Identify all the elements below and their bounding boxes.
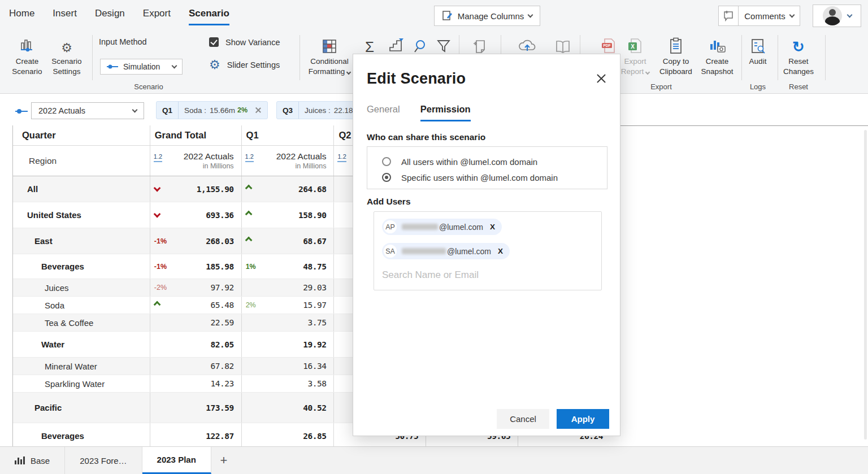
column-header-grand-total[interactable]: Grand Total — [150, 125, 241, 145]
cell-value[interactable]: 40.52 — [303, 403, 326, 412]
scenario-selector[interactable]: 2022 Actuals — [31, 102, 144, 119]
measure-header[interactable]: 1.2 2022 Actuals in Millions — [241, 146, 334, 176]
measure-header[interactable]: 1.2 2022 Actuals in Millions — [150, 146, 241, 176]
row-label[interactable]: United States — [27, 210, 81, 220]
user-chip: SA @lumel.com X — [382, 243, 510, 259]
tab-export[interactable]: Export — [143, 8, 171, 25]
add-comment-button[interactable] — [718, 6, 739, 26]
close-icon[interactable] — [595, 72, 607, 85]
number-format-icon[interactable]: 1.2 — [154, 153, 162, 162]
sheet-tab-2023-plan[interactable]: 2023 Plan — [142, 447, 211, 474]
cell-value[interactable]: 158.90 — [298, 211, 326, 220]
remove-user-button[interactable]: X — [498, 247, 503, 255]
cell-value[interactable]: 16.34 — [303, 362, 326, 371]
cell-value[interactable]: 26.85 — [303, 432, 326, 441]
export-report-label: Export Report — [618, 56, 652, 77]
row-label[interactable]: Soda — [45, 301, 64, 310]
cell-value[interactable]: 48.75 — [303, 262, 326, 271]
apply-button[interactable]: Apply — [557, 409, 609, 429]
show-variance-checkbox[interactable]: Show Variance — [209, 37, 280, 47]
conditional-formatting-button[interactable]: Conditional Formatting — [304, 35, 355, 77]
cell-value[interactable]: 185.98 — [206, 262, 233, 271]
row-dimension-label[interactable]: Region — [13, 146, 150, 176]
cell-value[interactable]: 3.58 — [308, 379, 327, 388]
search-users-input[interactable] — [382, 269, 593, 281]
cell-value[interactable]: 65.48 — [210, 301, 233, 310]
vertical-scrollbar[interactable] — [864, 130, 867, 440]
chip-close-icon[interactable] — [253, 105, 263, 115]
cell-value[interactable]: 22.59 — [210, 318, 233, 327]
create-snapshot-button[interactable]: Create Snapshot — [698, 35, 736, 77]
chevron-down-icon — [172, 63, 177, 69]
cell-value[interactable]: 67.82 — [210, 362, 233, 371]
add-sheet-button[interactable]: + — [211, 447, 236, 474]
add-users-label: Add Users — [367, 197, 411, 207]
ribbon-separator — [778, 35, 778, 80]
cell-value[interactable]: 29.03 — [303, 283, 326, 292]
radio-checked-icon — [382, 173, 391, 182]
row-label[interactable]: Sparkling Water — [45, 379, 105, 389]
row-label[interactable]: East — [34, 236, 53, 246]
ribbon-tab-strip: Home Insert Design Export Scenario — [9, 8, 229, 25]
sheet-tab-2023-forecast[interactable]: 2023 Fore… — [65, 447, 142, 474]
number-format-icon[interactable]: 1.2 — [337, 153, 346, 162]
cell-value[interactable]: 15.97 — [303, 301, 326, 310]
scenario-settings-button[interactable]: ⚙ Scenario Settings — [47, 35, 86, 77]
row-label[interactable]: All — [27, 184, 38, 194]
tab-home[interactable]: Home — [9, 8, 34, 25]
cell-value[interactable]: 268.03 — [206, 237, 233, 246]
cancel-button[interactable]: Cancel — [497, 409, 549, 429]
row-label[interactable]: Tea & Coffee — [45, 318, 93, 328]
tab-insert[interactable]: Insert — [53, 8, 77, 25]
cell-value[interactable]: 97.92 — [210, 283, 233, 292]
column-header-quarter[interactable]: Quarter — [13, 125, 150, 145]
row-label[interactable]: Beverages — [41, 431, 84, 441]
tab-design[interactable]: Design — [95, 8, 125, 25]
simulation-chip[interactable]: Q1 Soda : 15.66m 2% — [156, 101, 268, 119]
export-report-button[interactable]: X Export Report — [618, 35, 652, 77]
reset-icon: ↻ — [781, 35, 816, 54]
remove-user-button[interactable]: X — [490, 223, 495, 231]
input-method-dropdown[interactable]: Simulation — [100, 59, 183, 75]
share-options-group: All users within @lumel.com domain Speci… — [367, 146, 607, 189]
reset-changes-button[interactable]: ↻ Reset Changes — [781, 35, 816, 77]
cell-value[interactable]: 68.67 — [303, 237, 326, 246]
cell-value[interactable]: 264.68 — [298, 185, 326, 194]
user-picker[interactable]: AP @lumel.com X SA @lumel.com X — [374, 211, 602, 290]
chevron-down-icon — [528, 12, 533, 18]
book-icon — [549, 35, 576, 54]
row-label[interactable]: Juices — [45, 283, 69, 293]
cell-value[interactable]: 19.92 — [303, 340, 326, 349]
tab-general[interactable]: General — [367, 104, 400, 121]
manage-columns-button[interactable]: Manage Columns — [434, 6, 540, 26]
slider-settings-button[interactable]: ⚙ Slider Settings — [209, 59, 280, 71]
cell-value[interactable]: 82.05 — [210, 340, 233, 349]
variance-percent: -1% — [154, 263, 167, 271]
cell-value[interactable]: 122.87 — [206, 432, 233, 441]
row-label[interactable]: Beverages — [41, 262, 84, 271]
cell-value[interactable]: 693.36 — [206, 211, 233, 220]
tab-permission[interactable]: Permission — [420, 104, 471, 121]
cell-value[interactable]: 3.75 — [308, 318, 327, 327]
create-scenario-button[interactable]: Create Scenario — [9, 35, 45, 77]
radio-all-users[interactable]: All users within @lumel.com domain — [382, 154, 607, 169]
comments-button[interactable]: Comments — [738, 6, 800, 26]
cell-value[interactable]: 173.59 — [206, 403, 233, 412]
user-menu-button[interactable] — [813, 5, 861, 27]
add-comment-icon — [722, 10, 735, 22]
sheet-tab-base[interactable]: Base — [0, 447, 65, 474]
tab-scenario[interactable]: Scenario — [189, 8, 229, 25]
column-header-q1[interactable]: Q1 — [241, 125, 334, 145]
radio-label: Specific users within @lumel.com domain — [401, 173, 558, 182]
number-format-icon[interactable]: 1.2 — [245, 153, 254, 162]
cell-value[interactable]: 1,155.90 — [197, 185, 234, 194]
audit-button[interactable]: Audit — [745, 35, 771, 67]
row-label[interactable]: Water — [41, 340, 64, 349]
edit-scenario-dialog: Edit Scenario General Permission Who can… — [353, 54, 620, 436]
variance-up-icon — [245, 185, 252, 192]
cell-value[interactable]: 14.23 — [210, 379, 233, 388]
radio-specific-users[interactable]: Specific users within @lumel.com domain — [382, 169, 607, 185]
row-label[interactable]: Pacific — [34, 403, 62, 412]
row-label[interactable]: Mineral Water — [45, 362, 97, 371]
copy-to-clipboard-button[interactable]: Copy to Clipboard — [654, 35, 697, 77]
